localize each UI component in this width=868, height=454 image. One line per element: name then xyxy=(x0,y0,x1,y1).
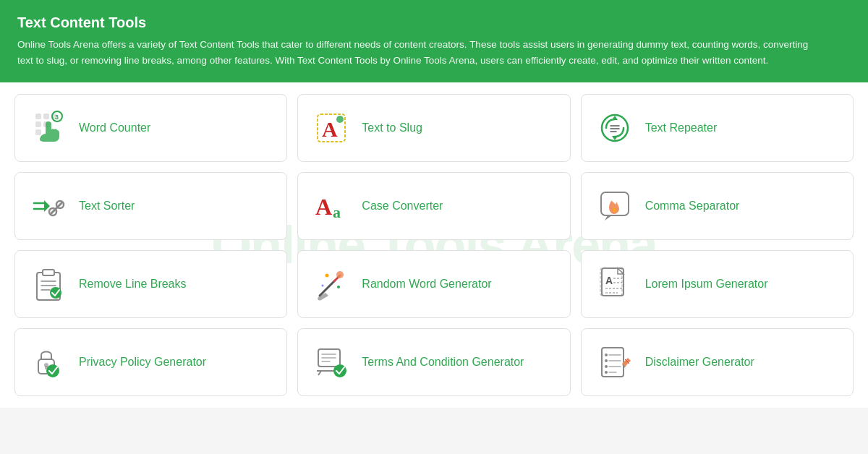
svg-marker-12 xyxy=(612,116,618,120)
tool-card-disclaimer-generator[interactable]: Disclaimer Generator xyxy=(581,328,854,396)
tool-card-word-counter[interactable]: 3 Word Counter xyxy=(14,94,287,162)
svg-text:a: a xyxy=(333,203,341,221)
word-counter-icon: 3 xyxy=(30,109,67,147)
tool-name-lorem-ipsum-generator: Lorem Ipsum Generator xyxy=(645,277,768,292)
tool-name-privacy-policy-generator: Privacy Policy Generator xyxy=(79,355,206,370)
page-description: Online Tools Arena offers a variety of T… xyxy=(17,37,813,68)
svg-point-59 xyxy=(605,371,608,374)
svg-rect-1 xyxy=(43,113,49,119)
svg-rect-0 xyxy=(35,113,41,119)
svg-marker-13 xyxy=(612,136,618,140)
svg-rect-24 xyxy=(43,270,54,275)
svg-rect-3 xyxy=(35,121,41,127)
tool-card-text-repeater[interactable]: Text Repeater xyxy=(581,94,854,162)
tool-card-remove-line-breaks[interactable]: Remove Line Breaks xyxy=(14,250,287,318)
disclaimer-generator-icon xyxy=(596,343,634,381)
svg-text:A: A xyxy=(315,194,332,220)
tool-name-random-word-generator: Random Word Generator xyxy=(362,277,491,292)
lorem-ipsum-generator-icon: A xyxy=(596,265,634,303)
text-repeater-icon xyxy=(596,109,634,147)
svg-point-41 xyxy=(46,364,59,377)
svg-point-32 xyxy=(322,285,324,287)
privacy-policy-generator-icon xyxy=(30,343,67,381)
tool-card-text-to-slug[interactable]: A Text to Slug xyxy=(297,94,570,162)
comma-separator-icon xyxy=(596,187,634,225)
svg-point-10 xyxy=(336,116,344,123)
page-title: Text Content Tools xyxy=(17,14,851,31)
svg-point-55 xyxy=(605,359,608,362)
svg-text:A: A xyxy=(605,275,613,286)
text-to-slug-icon: A xyxy=(312,109,350,147)
terms-condition-generator-icon xyxy=(312,343,350,381)
svg-text:3: 3 xyxy=(55,113,59,121)
tool-card-lorem-ipsum-generator[interactable]: A Lorem Ipsum Generator xyxy=(581,250,854,318)
svg-point-57 xyxy=(605,365,608,368)
tool-name-comma-separator: Comma Separator xyxy=(645,199,740,214)
tool-name-disclaimer-generator: Disclaimer Generator xyxy=(645,355,754,370)
svg-point-29 xyxy=(336,271,344,278)
text-sorter-icon xyxy=(30,187,67,225)
svg-point-30 xyxy=(326,274,329,278)
tool-name-terms-condition-generator: Terms And Condition Generator xyxy=(362,355,524,370)
header-section: Text Content Tools Online Tools Arena of… xyxy=(0,0,868,82)
svg-rect-5 xyxy=(35,129,41,135)
tool-card-text-sorter[interactable]: Text Sorter xyxy=(14,172,287,240)
case-converter-icon: A a xyxy=(312,187,350,225)
tools-grid: 3 Word Counter A Text to Slug xyxy=(14,94,854,396)
tool-card-random-word-generator[interactable]: Random Word Generator xyxy=(297,250,570,318)
tool-name-text-to-slug: Text to Slug xyxy=(362,121,422,136)
tool-card-comma-separator[interactable]: Comma Separator xyxy=(581,172,854,240)
tool-card-privacy-policy-generator[interactable]: Privacy Policy Generator xyxy=(14,328,287,396)
svg-point-31 xyxy=(337,286,340,288)
remove-line-breaks-icon xyxy=(30,265,67,303)
svg-rect-43 xyxy=(45,366,48,369)
tool-name-text-repeater: Text Repeater xyxy=(645,121,718,136)
svg-text:A: A xyxy=(322,117,338,141)
tool-name-case-converter: Case Converter xyxy=(362,199,443,214)
tool-card-case-converter[interactable]: A a Case Converter xyxy=(297,172,570,240)
tool-card-terms-condition-generator[interactable]: Terms And Condition Generator xyxy=(297,328,570,396)
tool-name-remove-line-breaks: Remove Line Breaks xyxy=(79,277,187,292)
svg-point-51 xyxy=(333,364,346,377)
tool-name-text-sorter: Text Sorter xyxy=(79,199,135,214)
tools-grid-container: Online Tools Arena 3 Word Co xyxy=(0,82,868,408)
tool-name-word-counter: Word Counter xyxy=(79,121,150,136)
random-word-generator-icon xyxy=(312,265,350,303)
svg-point-53 xyxy=(605,354,608,356)
